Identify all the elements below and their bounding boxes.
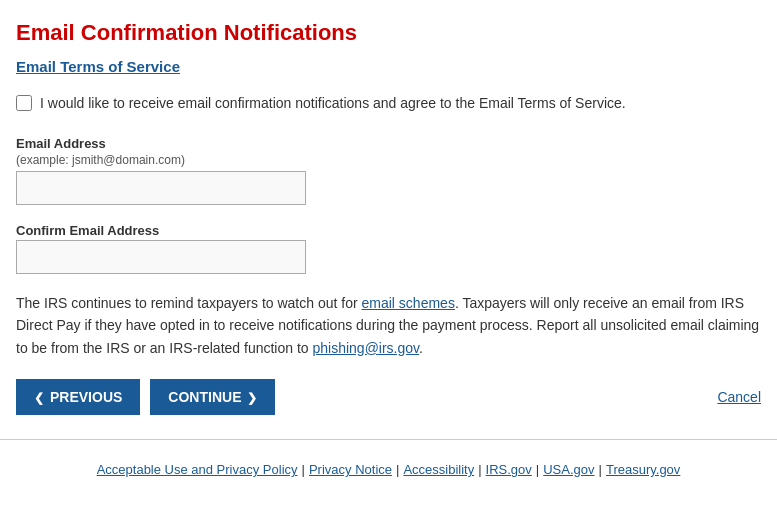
- chevron-left-icon: [34, 389, 44, 405]
- previous-button[interactable]: PREVIOUS: [16, 379, 140, 415]
- footer-link-treasury[interactable]: Treasury.gov: [606, 462, 680, 477]
- email-address-group: Email Address (example: jsmith@domain.co…: [16, 136, 761, 205]
- confirm-email-label: Confirm Email Address: [16, 223, 761, 238]
- email-schemes-link[interactable]: email schemes: [362, 295, 455, 311]
- info-text-end: .: [419, 340, 423, 356]
- phishing-link[interactable]: phishing@irs.gov: [312, 340, 419, 356]
- footer-link-privacy[interactable]: Privacy Notice: [309, 462, 392, 477]
- continue-button-label: CONTINUE: [168, 389, 241, 405]
- chevron-right-icon: [247, 389, 257, 405]
- page-title: Email Confirmation Notifications: [16, 20, 761, 46]
- footer-link-tos[interactable]: Acceptable Use and Privacy Policy: [97, 462, 298, 477]
- cancel-link[interactable]: Cancel: [717, 389, 761, 405]
- email-address-hint: (example: jsmith@domain.com): [16, 153, 761, 167]
- continue-button[interactable]: CONTINUE: [150, 379, 275, 415]
- footer-link-usa[interactable]: USA.gov: [543, 462, 594, 477]
- info-text-before: The IRS continues to remind taxpayers to…: [16, 295, 362, 311]
- checkbox-label: I would like to receive email confirmati…: [40, 93, 626, 114]
- confirm-email-group: Confirm Email Address: [16, 223, 761, 274]
- footer-divider: [0, 439, 777, 440]
- button-row: PREVIOUS CONTINUE Cancel: [16, 379, 761, 415]
- footer-link-irs[interactable]: IRS.gov: [486, 462, 532, 477]
- footer: Acceptable Use and Privacy Policy|Privac…: [0, 452, 777, 493]
- previous-button-label: PREVIOUS: [50, 389, 122, 405]
- confirm-email-input[interactable]: [16, 240, 306, 274]
- email-address-label: Email Address: [16, 136, 761, 151]
- info-text: The IRS continues to remind taxpayers to…: [16, 292, 761, 359]
- email-address-input[interactable]: [16, 171, 306, 205]
- email-confirmation-checkbox[interactable]: [16, 95, 32, 111]
- footer-link-accessibility[interactable]: Accessibility: [403, 462, 474, 477]
- tos-link[interactable]: Email Terms of Service: [16, 58, 180, 75]
